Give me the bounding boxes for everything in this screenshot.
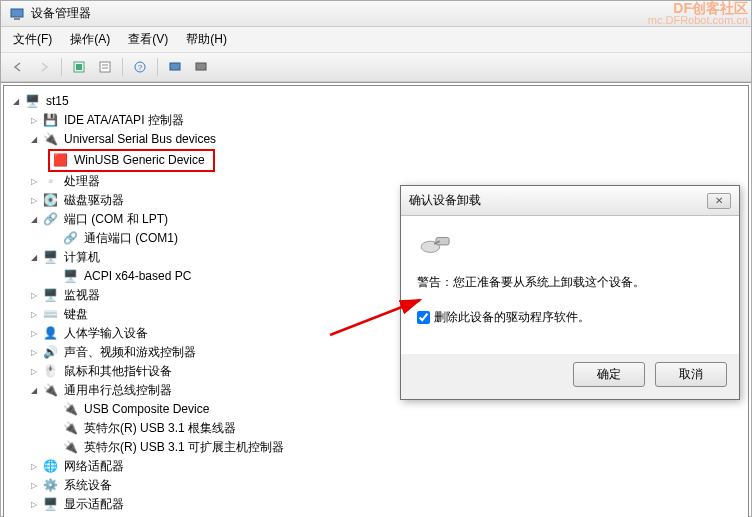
usb-icon: 🔌 [42,383,58,399]
expander-icon[interactable] [28,347,40,359]
computer-icon: 🖥️ [62,269,78,285]
expander-icon[interactable] [28,328,40,340]
dialog-checkbox-row: 删除此设备的驱动程序软件。 [417,309,723,326]
expander-icon[interactable] [28,214,40,226]
svg-rect-9 [170,63,180,70]
watermark: DF创客社区 mc.DFRobot.com.cn [648,2,748,26]
toolbar-separator [157,58,158,76]
menu-action[interactable]: 操作(A) [62,29,118,50]
expander-icon[interactable] [28,309,40,321]
dialog-device-row [417,230,723,258]
watermark-brand: DF创客社区 [648,2,748,14]
svg-rect-10 [196,63,206,70]
expander-icon[interactable] [28,499,40,511]
tree-item-ide[interactable]: 💾IDE ATA/ATAPI 控制器 [8,111,744,130]
expander-icon[interactable] [28,480,40,492]
delete-driver-checkbox[interactable] [417,311,430,324]
menu-help[interactable]: 帮助(H) [178,29,235,50]
expander-icon[interactable] [28,195,40,207]
ok-button[interactable]: 确定 [573,362,645,387]
toolbar-separator [122,58,123,76]
dialog-body: 警告：您正准备要从系统上卸载这个设备。 删除此设备的驱动程序软件。 [401,216,739,354]
highlight-box: 🟥WinUSB Generic Device [48,149,215,172]
port-icon: 🔗 [42,212,58,228]
show-hidden-button[interactable] [68,56,90,78]
tree-item-usb-composite[interactable]: 🔌USB Composite Device [8,400,744,419]
help-button[interactable]: ? [129,56,151,78]
menu-file[interactable]: 文件(F) [5,29,60,50]
expander-icon[interactable] [28,366,40,378]
back-button[interactable] [7,56,29,78]
expander-icon[interactable] [28,176,40,188]
svg-rect-3 [76,64,82,70]
uninstall-dialog: 确认设备卸载 ✕ 警告：您正准备要从系统上卸载这个设备。 删除此设备的驱动程序软… [400,185,740,400]
tree-item-winusb[interactable]: 🟥WinUSB Generic Device [8,149,744,172]
port-icon: 🔗 [62,231,78,247]
tree-item-usb31-root[interactable]: 🔌英特尔(R) USB 3.1 根集线器 [8,419,744,438]
dialog-button-row: 确定 取消 [401,354,739,399]
expander-icon[interactable] [10,96,22,108]
drive-icon: 💾 [42,113,58,129]
device-icon [417,230,455,258]
svg-rect-1 [14,18,20,20]
tree-root[interactable]: 🖥️st15 [8,92,744,111]
menu-view[interactable]: 查看(V) [120,29,176,50]
dialog-warning-text: 警告：您正准备要从系统上卸载这个设备。 [417,274,723,291]
refresh-button[interactable] [190,56,212,78]
display-icon: 🖥️ [42,497,58,513]
dialog-titlebar: 确认设备卸载 ✕ [401,186,739,216]
keyboard-icon: ⌨️ [42,307,58,323]
tree-item-network[interactable]: 🌐网络适配器 [8,457,744,476]
titlebar: 设备管理器 [1,1,751,27]
cancel-button[interactable]: 取消 [655,362,727,387]
app-icon [9,6,25,22]
usb-icon: 🔌 [62,421,78,437]
system-icon: ⚙️ [42,478,58,494]
forward-button[interactable] [33,56,55,78]
expander-icon[interactable] [28,252,40,264]
mouse-icon: 🖱️ [42,364,58,380]
tree-item-usb-devices[interactable]: 🔌Universal Serial Bus devices [8,130,744,149]
close-button[interactable]: ✕ [707,193,731,209]
network-icon: 🌐 [42,459,58,475]
svg-rect-4 [100,62,110,72]
device-icon: 🟥 [52,153,68,169]
svg-rect-0 [11,9,23,17]
hid-icon: 👤 [42,326,58,342]
tree-item-usb31-ext[interactable]: 🔌英特尔(R) USB 3.1 可扩展主机控制器 [8,438,744,457]
menubar: 文件(F) 操作(A) 查看(V) 帮助(H) [1,27,751,53]
monitor-icon: 🖥️ [42,288,58,304]
expander-icon[interactable] [28,461,40,473]
dialog-device-name [471,232,723,256]
window-title: 设备管理器 [31,5,91,22]
watermark-url: mc.DFRobot.com.cn [648,14,748,26]
properties-button[interactable] [94,56,116,78]
usb-icon: 🔌 [42,132,58,148]
tree-item-display[interactable]: 🖥️显示适配器 [8,495,744,514]
computer-icon: 🖥️ [42,250,58,266]
computer-icon: 🖥️ [24,94,40,110]
expander-icon[interactable] [28,290,40,302]
cpu-icon: ▫️ [42,174,58,190]
usb-icon: 🔌 [62,402,78,418]
toolbar-separator [61,58,62,76]
disk-icon: 💽 [42,193,58,209]
usb-icon: 🔌 [62,440,78,456]
dialog-title-text: 确认设备卸载 [409,192,481,209]
svg-text:?: ? [138,63,143,72]
delete-driver-label[interactable]: 删除此设备的驱动程序软件。 [434,309,590,326]
sound-icon: 🔊 [42,345,58,361]
tree-item-sysdev[interactable]: ⚙️系统设备 [8,476,744,495]
scan-button[interactable] [164,56,186,78]
expander-icon[interactable] [28,134,40,146]
toolbar: ? [1,53,751,82]
expander-icon[interactable] [28,385,40,397]
expander-icon[interactable] [28,115,40,127]
